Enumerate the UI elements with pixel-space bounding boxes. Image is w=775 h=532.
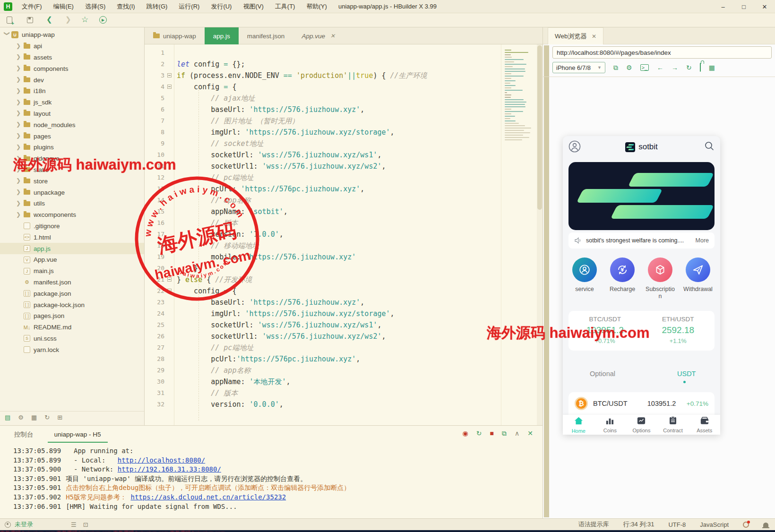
code-line[interactable]: 18 // 移动端地址 bbox=[145, 240, 542, 251]
refresh-icon[interactable]: ↻ bbox=[686, 64, 692, 71]
chevron-collapsed-icon[interactable]: ❯ bbox=[16, 87, 23, 94]
line-number[interactable]: 9 bbox=[145, 138, 164, 149]
code-line[interactable]: 3if (process.env.NODE_ENV == 'production… bbox=[145, 70, 542, 81]
tree-item-store[interactable]: ❯store bbox=[0, 175, 145, 187]
debug-bug-icon[interactable]: ◉ bbox=[463, 429, 468, 438]
tree-item-main.js[interactable]: Jmain.js bbox=[0, 266, 145, 277]
panel-splitter[interactable] bbox=[544, 45, 549, 517]
editor-tab-uniapp-wap[interactable]: uniapp-wap bbox=[145, 27, 205, 44]
tree-item-node_modules[interactable]: ❯node_modules bbox=[0, 119, 145, 130]
tree-item-package-lock.json[interactable]: [ ]package-lock.json bbox=[0, 299, 145, 310]
tab-console[interactable]: 控制台 bbox=[8, 427, 40, 443]
line-number[interactable]: 20 bbox=[145, 263, 164, 274]
refresh-view-icon[interactable]: ↻ bbox=[44, 414, 50, 421]
line-number[interactable]: 30 bbox=[145, 376, 164, 387]
code-line[interactable]: 13 pcUrl: 'https://576pc.jiuzhouw.xyz', bbox=[145, 183, 542, 195]
qr-code-icon[interactable]: ▦ bbox=[709, 64, 715, 71]
restart-icon[interactable]: ↻ bbox=[476, 429, 482, 438]
line-number[interactable]: 16 bbox=[145, 217, 164, 229]
chevron-collapsed-icon[interactable]: ❯ bbox=[16, 211, 23, 218]
chevron-collapsed-icon[interactable]: ❯ bbox=[16, 121, 23, 128]
code-line[interactable]: 19 mobile: 'https://576.jiuzhouw.xyz' bbox=[145, 251, 542, 263]
grid-view-icon[interactable]: ▦ bbox=[31, 414, 37, 421]
tree-item-dev[interactable]: ❯dev bbox=[0, 74, 145, 86]
tree-item-1.html[interactable]: <>1.html bbox=[0, 232, 145, 243]
tree-item-pages.json[interactable]: [ ]pages.json bbox=[0, 310, 145, 322]
nav-back-icon[interactable]: ← bbox=[657, 64, 663, 71]
scrollbar-thumb[interactable] bbox=[537, 45, 542, 210]
syntax-lib-label[interactable]: 语法提示库 bbox=[578, 520, 609, 529]
code-line[interactable]: 2let config = {}; bbox=[145, 59, 542, 70]
tree-item-qidongye[interactable]: ❯qidongye bbox=[0, 153, 145, 164]
code-line[interactable]: 30 appName: '本地开发', bbox=[145, 376, 542, 387]
menu-E[interactable]: 编辑(E) bbox=[49, 1, 78, 12]
minimize-button[interactable]: – bbox=[713, 0, 733, 13]
tree-item-unpackage[interactable]: ❯unpackage bbox=[0, 187, 145, 198]
address-bar-input[interactable] bbox=[552, 46, 772, 59]
code-line[interactable]: 26 socketUrl1: 'wss://576.jiuzhouw.xyz/w… bbox=[145, 331, 542, 342]
code-line[interactable]: 16 // 版本 bbox=[145, 217, 542, 229]
line-number[interactable]: 21 bbox=[145, 274, 164, 285]
line-number[interactable]: 15 bbox=[145, 206, 164, 217]
line-number[interactable]: 23 bbox=[145, 297, 164, 308]
gear-icon[interactable]: ⚙ bbox=[626, 64, 632, 71]
code-line[interactable]: 32 version: '0.0.0', bbox=[145, 399, 542, 410]
tree-item-App.vue[interactable]: VApp.vue bbox=[0, 254, 145, 266]
market-btc[interactable]: BTC/USDT103951.2+0.71% bbox=[568, 311, 642, 351]
tree-item-utils[interactable]: ❯utils bbox=[0, 198, 145, 209]
line-number[interactable]: 5 bbox=[145, 93, 164, 104]
chevron-collapsed-icon[interactable]: ❯ bbox=[16, 99, 23, 105]
chevron-collapsed-icon[interactable]: ❯ bbox=[16, 132, 23, 139]
terminal-icon[interactable]: ⊡ bbox=[83, 521, 88, 528]
tab-usdt[interactable]: USDT bbox=[677, 370, 696, 378]
code-line[interactable]: 31 // 版本 bbox=[145, 387, 542, 399]
chevron-collapsed-icon[interactable]: ❯ bbox=[16, 110, 23, 116]
tree-item-manifest.json[interactable]: ⚙manifest.json bbox=[0, 277, 145, 288]
code-line[interactable]: 14 // app名称 bbox=[145, 195, 542, 206]
line-number[interactable]: 2 bbox=[145, 59, 164, 70]
forward-icon[interactable]: ❯ bbox=[65, 15, 71, 24]
code-line[interactable]: 24 imgUrl: 'https://576.jiuzhouw.xyz/sto… bbox=[145, 308, 542, 319]
fold-marker-icon[interactable] bbox=[167, 289, 172, 293]
chevron-collapsed-icon[interactable]: ❯ bbox=[16, 65, 23, 71]
line-number[interactable]: 10 bbox=[145, 149, 164, 161]
code-line[interactable]: 1 bbox=[145, 47, 542, 59]
service-withdrawal[interactable]: Withdrawal bbox=[679, 257, 717, 300]
nav-contract[interactable]: Contract bbox=[657, 415, 689, 435]
bug-view-icon[interactable]: ⚙ bbox=[18, 414, 24, 421]
code-line[interactable]: 27 // pc端地址 bbox=[145, 342, 542, 353]
announcement-more-link[interactable]: More bbox=[696, 237, 709, 244]
new-file-icon[interactable] bbox=[7, 17, 12, 24]
chevron-expanded-icon[interactable]: ❯ bbox=[4, 31, 10, 38]
tree-item-.gitignore[interactable]: .gitignore bbox=[0, 221, 145, 232]
line-number[interactable]: 22 bbox=[145, 285, 164, 297]
code-editor[interactable]: 12let config = {};3if (process.env.NODE_… bbox=[145, 44, 542, 425]
login-status[interactable]: 未登录 bbox=[5, 520, 33, 529]
device-select[interactable]: iPhone 6/7/8 ▼ bbox=[552, 62, 605, 73]
editor-tab-App.vue[interactable]: App.vue✕ bbox=[293, 27, 344, 44]
fold-marker-icon[interactable] bbox=[167, 277, 172, 282]
market-eth[interactable]: ETH/USDT2592.18+1.1% bbox=[642, 311, 715, 351]
tree-item-uni.scss[interactable]: Suni.scss bbox=[0, 333, 145, 344]
run-icon[interactable]: ▶ bbox=[99, 16, 107, 24]
line-number[interactable]: 3 bbox=[145, 70, 164, 81]
code-line[interactable]: 5 // ajax地址 bbox=[145, 93, 542, 104]
log-link[interactable]: https://ask.dcloud.net.cn/article/35232 bbox=[130, 493, 286, 501]
line-number[interactable]: 31 bbox=[145, 387, 164, 399]
chevron-collapsed-icon[interactable]: ❯ bbox=[16, 43, 23, 49]
code-line[interactable]: 4 config = { bbox=[145, 81, 542, 93]
tree-item-js_sdk[interactable]: ❯js_sdk bbox=[0, 97, 145, 108]
line-number[interactable]: 4 bbox=[145, 81, 164, 93]
promo-banner[interactable] bbox=[568, 162, 715, 230]
search-icon[interactable] bbox=[704, 141, 715, 153]
tree-item-static[interactable]: ❯static bbox=[0, 164, 145, 176]
service-service[interactable]: service bbox=[566, 257, 603, 300]
encoding-label[interactable]: UTF-8 bbox=[668, 521, 686, 528]
line-number[interactable]: 18 bbox=[145, 240, 164, 251]
fold-marker-icon[interactable] bbox=[167, 73, 172, 77]
line-number[interactable]: 19 bbox=[145, 251, 164, 263]
close-browser-tab-icon[interactable]: ✕ bbox=[592, 33, 596, 40]
line-number[interactable]: 29 bbox=[145, 365, 164, 376]
code-line[interactable]: 23 baseUrl: 'https://576.jiuzhouw.xyz', bbox=[145, 297, 542, 308]
close-button[interactable]: ✕ bbox=[754, 0, 775, 13]
